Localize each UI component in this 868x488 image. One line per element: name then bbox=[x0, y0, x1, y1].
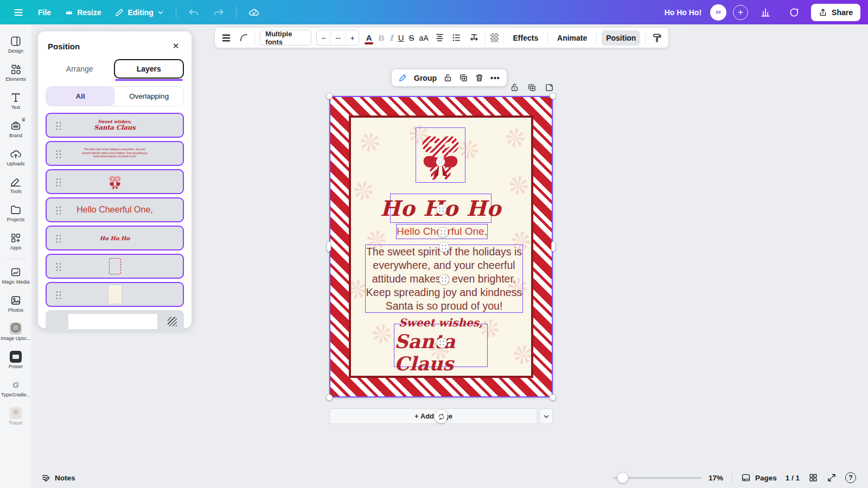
tab-arrange[interactable]: Arrange bbox=[46, 59, 114, 79]
sidebar-item-typegradient[interactable]: G TypeGradie... bbox=[0, 375, 31, 403]
close-panel-button[interactable]: ✕ bbox=[170, 40, 182, 52]
subtab-all[interactable]: All bbox=[46, 87, 115, 106]
comments-button[interactable] bbox=[783, 3, 805, 22]
text-align-button[interactable] bbox=[433, 31, 446, 45]
layer-item-body-text[interactable]: The sweet spirit of the holidays is ever… bbox=[46, 141, 184, 166]
grid-view-button[interactable] bbox=[808, 473, 818, 483]
lock-icon[interactable] bbox=[443, 73, 452, 82]
main-menu-button[interactable] bbox=[8, 3, 29, 22]
resize-handle-right[interactable] bbox=[551, 241, 556, 252]
animate-button[interactable]: Animate bbox=[553, 30, 591, 46]
resize-button[interactable]: Resize bbox=[60, 4, 106, 21]
insights-button[interactable] bbox=[755, 3, 776, 22]
layer-item-candy-image[interactable] bbox=[46, 169, 184, 194]
sidebar-item-poster[interactable]: Poster bbox=[0, 346, 31, 375]
curve-text-button[interactable] bbox=[238, 31, 250, 45]
sidebar-item-design[interactable]: Design bbox=[0, 31, 31, 59]
element-rotate-handle[interactable] bbox=[436, 204, 446, 215]
font-size-value[interactable]: -- bbox=[330, 30, 346, 45]
layer-item-signoff-text[interactable]: Sweet wishes, Santa Claus bbox=[46, 113, 184, 138]
effects-button[interactable]: Effects bbox=[508, 30, 542, 46]
candy-image-element[interactable] bbox=[416, 127, 465, 183]
font-family-selector[interactable]: Multiple fonts bbox=[260, 30, 311, 46]
add-page-button[interactable]: + Add page bbox=[329, 408, 538, 424]
element-rotate-handle[interactable] bbox=[439, 274, 449, 285]
page-options-button[interactable] bbox=[539, 408, 553, 424]
strikethrough-button[interactable]: S bbox=[409, 33, 414, 42]
resize-handle-left[interactable] bbox=[327, 241, 331, 252]
underline-button[interactable]: U bbox=[398, 33, 404, 42]
design-page-canvas[interactable]: Ho Ho Ho Hello Cheerful One, The sweet s… bbox=[329, 96, 553, 397]
sidebar-item-tools[interactable]: Tools bbox=[0, 171, 31, 200]
sidebar-item-tracer[interactable]: Tracer bbox=[0, 403, 31, 431]
add-member-button[interactable]: + bbox=[733, 5, 748, 20]
editing-mode-button[interactable]: Editing bbox=[110, 4, 169, 21]
letter-spacing-button[interactable] bbox=[468, 31, 480, 45]
sidebar-item-magic-media[interactable]: Magic Media bbox=[0, 262, 31, 290]
sidebar-item-projects[interactable]: Projects bbox=[0, 200, 31, 228]
transparency-button[interactable] bbox=[490, 33, 499, 42]
undo-button[interactable] bbox=[183, 3, 205, 22]
resize-handle-top-right[interactable] bbox=[550, 93, 556, 99]
text-color-button[interactable]: A bbox=[364, 33, 373, 42]
more-options-button[interactable]: ••• bbox=[490, 74, 500, 82]
sidebar-item-image-upscaler[interactable]: Image Upsc... bbox=[0, 318, 31, 346]
sidebar-item-text[interactable]: Text bbox=[0, 87, 31, 115]
delete-icon[interactable] bbox=[475, 73, 484, 82]
notes-button[interactable]: Notes bbox=[41, 473, 75, 483]
drag-handle-icon[interactable] bbox=[55, 177, 61, 187]
layer-item-border-frame[interactable] bbox=[46, 254, 184, 279]
duplicate-page-icon[interactable] bbox=[527, 83, 537, 92]
sidebar-item-uploads[interactable]: Uploads bbox=[0, 144, 31, 172]
group-button[interactable]: Group bbox=[414, 74, 437, 82]
font-size-increase-button[interactable]: + bbox=[346, 30, 359, 45]
element-rotate-handle[interactable] bbox=[439, 242, 449, 252]
magic-edit-icon[interactable] bbox=[398, 73, 407, 82]
help-button[interactable]: ? bbox=[845, 472, 856, 483]
locked-pattern-icon[interactable] bbox=[168, 317, 177, 326]
italic-button[interactable]: I bbox=[390, 33, 393, 43]
drag-handle-icon[interactable] bbox=[55, 262, 61, 271]
sidebar-item-brand[interactable]: ♛ Brand bbox=[0, 115, 31, 144]
zoom-slider[interactable] bbox=[613, 477, 700, 479]
zoom-slider-thumb[interactable] bbox=[617, 472, 628, 484]
resize-handle-bottom-right[interactable] bbox=[550, 394, 556, 401]
element-rotate-handle[interactable] bbox=[437, 338, 447, 348]
account-avatar[interactable]: CV bbox=[710, 4, 726, 21]
unlock-icon[interactable] bbox=[510, 83, 519, 92]
share-button[interactable]: Share bbox=[811, 4, 860, 21]
add-page-icon[interactable] bbox=[545, 83, 554, 92]
redo-button[interactable] bbox=[208, 3, 229, 22]
copy-style-button[interactable] bbox=[650, 31, 663, 45]
drag-handle-icon[interactable] bbox=[55, 206, 61, 215]
element-rotate-handle[interactable] bbox=[438, 227, 448, 237]
file-menu-button[interactable]: File bbox=[33, 4, 56, 21]
cloud-save-status-button[interactable] bbox=[243, 3, 265, 22]
drag-handle-icon[interactable] bbox=[55, 234, 61, 243]
position-button[interactable]: Position bbox=[602, 30, 640, 46]
fullscreen-button[interactable] bbox=[827, 473, 837, 483]
duplicate-icon[interactable] bbox=[459, 73, 468, 82]
resize-handle-bottom-left[interactable] bbox=[326, 394, 333, 401]
drag-handle-icon[interactable] bbox=[55, 121, 61, 130]
text-styles-button[interactable] bbox=[220, 31, 233, 45]
pages-button[interactable]: Pages bbox=[741, 473, 777, 483]
font-size-decrease-button[interactable]: − bbox=[317, 30, 330, 45]
drag-handle-icon[interactable] bbox=[55, 290, 61, 299]
tab-layers[interactable]: Layers bbox=[114, 59, 184, 79]
sidebar-item-elements[interactable]: Elements bbox=[0, 59, 31, 87]
layer-item-page-background[interactable] bbox=[46, 310, 184, 333]
group-rotate-handle[interactable] bbox=[435, 410, 448, 423]
document-title[interactable]: Ho Ho Ho! bbox=[665, 8, 701, 17]
layer-item-cream-background[interactable] bbox=[46, 282, 184, 307]
text-case-button[interactable]: aA bbox=[419, 34, 429, 42]
list-button[interactable] bbox=[450, 31, 463, 45]
zoom-level-value[interactable]: 17% bbox=[709, 474, 723, 482]
layer-item-heading-text[interactable]: Ho Ho Ho bbox=[46, 226, 184, 251]
sidebar-item-photos[interactable]: Photos bbox=[0, 290, 31, 318]
bold-button[interactable]: B bbox=[379, 33, 385, 42]
sidebar-item-apps[interactable]: Apps bbox=[0, 228, 31, 256]
layer-item-greeting-text[interactable]: Hello Cheerful One, bbox=[46, 197, 184, 222]
subtab-overlapping[interactable]: Overlapping bbox=[115, 87, 184, 106]
resize-handle-top-left[interactable] bbox=[326, 93, 333, 99]
